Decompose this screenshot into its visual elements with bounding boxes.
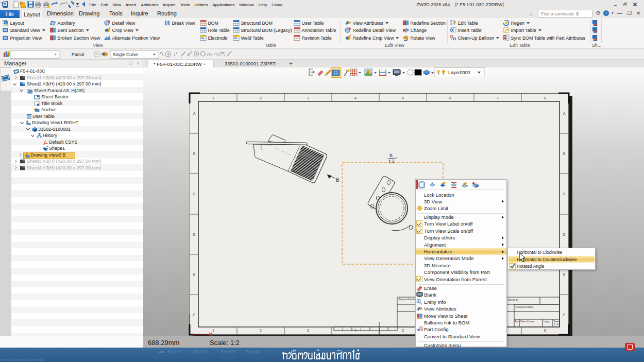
svg-text:E: E — [563, 273, 566, 277]
svg-text:8: 8 — [544, 329, 546, 332]
svg-text:8: 8 — [544, 96, 546, 100]
svg-text:F: F — [193, 313, 195, 317]
svg-text:4: 4 — [354, 96, 357, 100]
svg-text:Layer0000: Layer0000 — [448, 70, 470, 75]
svg-text:B: B — [193, 152, 196, 156]
svg-text:C: C — [563, 192, 565, 196]
svg-text:3: 3 — [307, 329, 309, 332]
svg-text:Lang.: Lang. — [544, 320, 549, 323]
svg-text:2: 2 — [260, 329, 262, 332]
svg-text:3: 3 — [307, 96, 309, 100]
svg-text:1: 1 — [212, 329, 214, 332]
svg-text:Single Curve: Single Curve — [113, 52, 138, 57]
svg-text:D: D — [193, 233, 195, 236]
svg-text:A: A — [563, 112, 566, 115]
svg-text:B: B — [389, 153, 393, 158]
svg-text:7: 7 — [497, 96, 499, 100]
svg-text:2: 2 — [260, 96, 262, 100]
svg-text:1: 1 — [212, 96, 214, 100]
svg-text:D: D — [563, 233, 565, 236]
svg-text:2 / 4: 2 / 4 — [554, 323, 558, 326]
svg-text:B: B — [336, 177, 340, 183]
svg-text:E: E — [193, 273, 196, 277]
svg-text:B: B — [563, 152, 566, 156]
svg-text:5: 5 — [402, 329, 404, 332]
svg-text:A: A — [193, 112, 196, 115]
svg-text:Date of Issue: Date of Issue — [520, 320, 534, 323]
svg-text:Partial: Partial — [72, 52, 84, 57]
svg-text:C: C — [193, 192, 195, 196]
svg-text:proved by: proved by — [508, 299, 519, 301]
svg-text:F: F — [563, 313, 565, 317]
svg-text:Responsible dep.: Responsible dep. — [399, 298, 417, 301]
svg-text:Sheet: Sheet — [553, 320, 560, 323]
svg-text:1:2: 1:2 — [388, 159, 395, 164]
svg-text:Document status: Document status — [516, 306, 534, 308]
svg-text:6: 6 — [449, 96, 451, 100]
svg-text:5: 5 — [402, 96, 404, 100]
svg-text:Rev.: Rev. — [515, 320, 519, 323]
